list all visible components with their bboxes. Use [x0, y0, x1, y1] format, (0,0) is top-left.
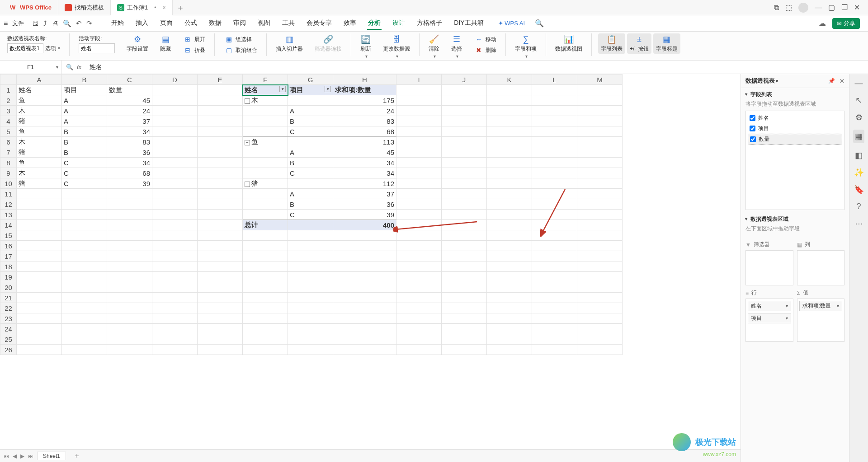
cell-A21[interactable] — [17, 293, 62, 303]
rtab-grid[interactable]: 方格格子 — [416, 17, 443, 30]
cell-M10[interactable] — [577, 178, 623, 189]
new-tab-button[interactable]: ＋ — [173, 2, 188, 13]
cell-C21[interactable] — [107, 293, 152, 303]
cell-E25[interactable] — [198, 334, 243, 345]
cell-E24[interactable] — [198, 324, 243, 334]
cell-B8[interactable]: C — [62, 158, 107, 168]
cell-A24[interactable] — [17, 324, 62, 334]
select-all-corner[interactable] — [0, 75, 17, 85]
cell-L8[interactable] — [532, 158, 577, 168]
cell-K26[interactable] — [487, 345, 532, 355]
cell-D17[interactable] — [152, 251, 198, 261]
cell-G19[interactable] — [288, 272, 333, 282]
field-item-name[interactable]: 姓名 — [748, 113, 842, 123]
cloud-icon[interactable]: ☁ — [819, 19, 826, 28]
cell-L15[interactable] — [532, 230, 577, 241]
cell-L11[interactable] — [532, 189, 577, 199]
cell-C19[interactable] — [107, 272, 152, 282]
row-header-26[interactable]: 26 — [0, 345, 17, 355]
collapse-button[interactable]: ⊟折叠 — [183, 45, 205, 55]
areas-section[interactable]: 数据透视表区域 — [745, 215, 844, 223]
cell-A11[interactable] — [17, 189, 62, 199]
tab-doc[interactable]: S工作簿1•× — [111, 0, 172, 15]
cell-H9[interactable]: 34 — [333, 168, 396, 178]
cell-M13[interactable] — [577, 210, 623, 220]
cell-A7[interactable]: 猪 — [17, 147, 62, 158]
col-header-I[interactable]: I — [396, 75, 442, 85]
cell-D15[interactable] — [152, 230, 198, 241]
pin-icon[interactable]: 📌 — [828, 78, 835, 84]
rtab-view[interactable]: 视图 — [257, 17, 271, 30]
cell-M19[interactable] — [577, 272, 623, 282]
cell-K2[interactable] — [487, 95, 532, 106]
cell-L16[interactable] — [532, 241, 577, 251]
cell-G21[interactable] — [288, 293, 333, 303]
cell-A4[interactable]: 猪 — [17, 116, 62, 126]
field-check-qty[interactable] — [750, 136, 756, 142]
cell-E2[interactable] — [198, 95, 243, 106]
cell-J10[interactable] — [442, 178, 487, 189]
cell-K12[interactable] — [487, 199, 532, 210]
cell-B3[interactable]: A — [62, 106, 107, 116]
cell-F19[interactable] — [243, 272, 288, 282]
pm-button-toggle[interactable]: ±+/- 按钮 — [627, 33, 651, 54]
collapse-panel-icon[interactable]: — — [855, 79, 863, 88]
cell-M8[interactable] — [577, 158, 623, 168]
filter-area[interactable] — [745, 250, 793, 285]
cell-H5[interactable]: 68 — [333, 126, 396, 137]
cell-H19[interactable] — [333, 272, 396, 282]
cell-C9[interactable]: 68 — [107, 168, 152, 178]
collapse-toggle-icon[interactable]: − — [245, 98, 250, 104]
row-header-5[interactable]: 5 — [0, 126, 17, 137]
cell-E9[interactable] — [198, 168, 243, 178]
cell-J20[interactable] — [442, 282, 487, 293]
window-dual-icon[interactable]: ⧉ — [774, 4, 779, 12]
field-settings-button[interactable]: ⚙字段设置 — [124, 33, 151, 54]
cell-K4[interactable] — [487, 116, 532, 126]
cell-M18[interactable] — [577, 261, 623, 272]
cell-G15[interactable] — [288, 230, 333, 241]
cell-G9[interactable]: C — [288, 168, 333, 178]
cell-I14[interactable] — [396, 220, 442, 230]
row-header-4[interactable]: 4 — [0, 116, 17, 126]
calc-field-button[interactable]: ∑字段和项 — [512, 33, 539, 60]
cell-G25[interactable] — [288, 334, 333, 345]
side-bookmark-icon[interactable]: 🔖 — [854, 185, 864, 195]
rtab-review[interactable]: 审阅 — [232, 17, 247, 30]
cell-A12[interactable] — [17, 199, 62, 210]
cell-B1[interactable]: 项目 — [62, 85, 107, 95]
cell-F18[interactable] — [243, 261, 288, 272]
cell-D26[interactable] — [152, 345, 198, 355]
options-button[interactable]: 选项 — [45, 44, 60, 52]
slicer-button[interactable]: ▥插入切片器 — [273, 33, 306, 54]
fx-search-icon[interactable]: 🔍 — [66, 64, 73, 70]
file-menu[interactable]: 文件 — [12, 19, 24, 28]
cell-E22[interactable] — [198, 303, 243, 313]
cell-D23[interactable] — [152, 313, 198, 324]
cell-D16[interactable] — [152, 241, 198, 251]
cell-E8[interactable] — [198, 158, 243, 168]
cell-F24[interactable] — [243, 324, 288, 334]
cell-F8[interactable] — [243, 158, 288, 168]
cell-J14[interactable] — [442, 220, 487, 230]
cell-L21[interactable] — [532, 293, 577, 303]
cell-J25[interactable] — [442, 334, 487, 345]
cell-I15[interactable] — [396, 230, 442, 241]
cell-K10[interactable] — [487, 178, 532, 189]
cell-C16[interactable] — [107, 241, 152, 251]
cell-F12[interactable] — [243, 199, 288, 210]
undo-icon[interactable]: ↶ — [76, 19, 82, 28]
cell-B9[interactable]: C — [62, 168, 107, 178]
cell-B20[interactable] — [62, 282, 107, 293]
cell-F20[interactable] — [243, 282, 288, 293]
cell-K20[interactable] — [487, 282, 532, 293]
cell-K3[interactable] — [487, 106, 532, 116]
cell-G11[interactable]: A — [288, 189, 333, 199]
rtab-diy[interactable]: DIY工具箱 — [453, 17, 484, 30]
print-icon[interactable]: 🖨 — [52, 19, 58, 28]
cell-E19[interactable] — [198, 272, 243, 282]
side-settings-icon[interactable]: ⚙ — [855, 112, 863, 122]
cell-F16[interactable] — [243, 241, 288, 251]
cell-K6[interactable] — [487, 137, 532, 147]
rtab-tools[interactable]: 工具 — [281, 17, 296, 30]
